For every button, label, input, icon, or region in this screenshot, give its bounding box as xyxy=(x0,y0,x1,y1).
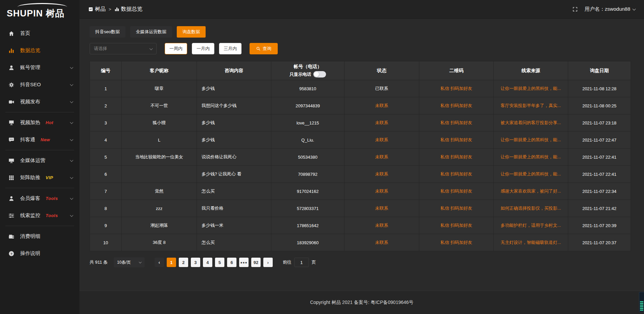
gear-icon xyxy=(8,82,15,88)
cell-status: 未联系 xyxy=(344,183,419,200)
cell-date: 2021-11-07 23:18 xyxy=(568,114,631,132)
sidebar-item-account[interactable]: 账号管理 xyxy=(0,59,79,76)
range-button-quarter[interactable]: 三月内 xyxy=(219,43,241,54)
source-link[interactable]: 让你一眼就爱上的黑科技，能... xyxy=(501,154,561,159)
table-row: 1036度 8怎么买183929060未联系私信 扫码加好友无主灯设计，智能磁吸… xyxy=(90,234,631,251)
phone-only-toggle[interactable] xyxy=(313,71,326,77)
qrcode-link[interactable]: 私信 扫码加好友 xyxy=(440,86,472,91)
cell-nickname: 当地比较能吃的一位美女 xyxy=(122,149,197,166)
cell-source: 客厅安装投影半年多了，真实... xyxy=(494,97,568,114)
cell-source: 感谢大家喜欢我家，被问了好... xyxy=(494,183,568,200)
source-link[interactable]: 感谢大家喜欢我家，被问了好... xyxy=(501,189,561,194)
cell-qrcode: 私信 扫码加好友 xyxy=(419,97,494,114)
source-link[interactable]: 多功能护栏灯，适用于乡村文... xyxy=(501,223,561,228)
fullscreen-button[interactable] xyxy=(572,6,578,12)
qrcode-link[interactable]: 私信 扫码加好友 xyxy=(440,189,472,194)
cell-qrcode: 私信 扫码加好友 xyxy=(419,200,494,217)
source-link[interactable]: 让你一眼就爱上的黑科技，能... xyxy=(501,171,561,176)
status-badge: 未联系 xyxy=(375,189,388,194)
sidebar-item-media[interactable]: 全媒体运营 xyxy=(0,152,79,169)
main-content: 抖音seo数据全媒体运营数据询盘数据 请选择 一周内一月内三月内 查询 编号客户… xyxy=(79,19,644,314)
sidebar-item-label: 抖音SEO xyxy=(20,82,41,88)
badge-tools: Tools xyxy=(46,196,58,201)
sidebar-item-label: 消费明细 xyxy=(20,233,40,240)
prev-page-button[interactable]: ‹ xyxy=(155,258,164,267)
qrcode-link[interactable]: 私信 扫码加好友 xyxy=(440,120,472,125)
col-account-label: 帐号（电话） xyxy=(274,64,341,70)
breadcrumb-home[interactable]: 树品 xyxy=(88,6,106,13)
goto-page-input[interactable] xyxy=(294,258,309,267)
logo-cn: 树品 xyxy=(46,8,65,18)
badge-new: New xyxy=(41,137,50,142)
sidebar-item-label: 矩阵助推 xyxy=(20,174,40,181)
qrcode-link[interactable]: 私信 扫码加好友 xyxy=(440,206,472,211)
chevron-down-icon xyxy=(70,196,73,200)
search-button[interactable]: 查询 xyxy=(250,43,278,54)
qrcode-link[interactable]: 私信 扫码加好友 xyxy=(440,137,472,142)
qrcode-link[interactable]: 私信 扫码加好友 xyxy=(440,171,472,176)
divider xyxy=(5,150,74,150)
range-button-month[interactable]: 一月内 xyxy=(192,43,214,54)
video-icon xyxy=(8,99,15,105)
range-button-week[interactable]: 一周内 xyxy=(165,43,187,54)
cell-content: 我想问这个多少钱 xyxy=(197,97,271,114)
cell-id: 10 xyxy=(90,234,122,251)
cell-date: 2021-11-07 22:41 xyxy=(568,149,631,166)
cell-id: 1 xyxy=(90,80,122,97)
page-button-5[interactable]: 5 xyxy=(215,258,224,267)
source-link[interactable]: 被大家追着问的客厅投影分享... xyxy=(501,120,561,125)
sidebar-item-expense[interactable]: 消费明细 xyxy=(0,228,79,245)
source-link[interactable]: 让你一眼就爱上的黑科技，能... xyxy=(501,137,561,142)
cell-source: 被大家追着问的客厅投影分享... xyxy=(494,114,568,132)
qrcode-link[interactable]: 私信 扫码加好友 xyxy=(440,240,472,245)
breadcrumb-current-label: 数据总览 xyxy=(121,6,143,13)
divider xyxy=(5,226,74,226)
sliders-icon xyxy=(8,213,15,219)
qrcode-link[interactable]: 私信 扫码加好友 xyxy=(440,103,472,108)
table-row: 3狐小狸多少钱love__1215未联系私信 扫码加好友被大家追着问的客厅投影分… xyxy=(90,114,631,132)
sidebar-item-douketong[interactable]: 抖客通New xyxy=(0,131,79,148)
user-menu[interactable]: 用户名：zswodun88 xyxy=(585,6,635,12)
page-button-3[interactable]: 3 xyxy=(191,258,200,267)
status-badge: 已联系 xyxy=(375,86,388,91)
app-logo: SHUPIN 树品 xyxy=(0,0,79,19)
cell-status: 未联系 xyxy=(344,217,419,234)
next-page-button[interactable]: › xyxy=(263,258,273,267)
filter-select[interactable]: 请选择 xyxy=(90,43,157,54)
qrcode-link[interactable]: 私信 扫码加好友 xyxy=(440,154,472,159)
sidebar-item-label: 线索监控 xyxy=(20,212,40,219)
sidebar-item-heat[interactable]: 视频加热Hot xyxy=(0,114,79,131)
more-pages-button[interactable]: ●●● xyxy=(239,258,249,267)
cell-content: 多少钱 xyxy=(197,114,271,132)
sidebar-item-overview[interactable]: 数据总览 xyxy=(0,42,79,59)
source-link[interactable]: 让你一眼就爱上的黑科技，能... xyxy=(501,86,561,91)
sidebar-item-publish[interactable]: 视频发布 xyxy=(0,93,79,110)
cell-qrcode: 私信 扫码加好友 xyxy=(419,234,494,251)
cell-id: 8 xyxy=(90,200,122,217)
sidebar-item-member[interactable]: 会员爆客Tools xyxy=(0,190,79,207)
source-link[interactable]: 无主灯设计，智能磁吸轨道灯... xyxy=(501,240,561,245)
table-row: 8zzz我只看价格572803371未联系私信 扫码加好友如何正确选择投影仪，买… xyxy=(90,200,631,217)
cell-source: 如何正确选择投影仪，买投影... xyxy=(494,200,568,217)
qrcode-link[interactable]: 私信 扫码加好友 xyxy=(440,223,472,228)
tab-media-data[interactable]: 全媒体运营数据 xyxy=(130,26,172,38)
page-button-2[interactable]: 2 xyxy=(179,258,188,267)
page-button-4[interactable]: 4 xyxy=(203,258,212,267)
sidebar-item-clue[interactable]: 线索监控Tools xyxy=(0,207,79,224)
sidebar-item-home[interactable]: 首页 xyxy=(0,25,79,42)
sidebar-item-seo[interactable]: 抖音SEO xyxy=(0,76,79,93)
page-button-6[interactable]: 6 xyxy=(227,258,236,267)
source-link[interactable]: 客厅安装投影半年多了，真实... xyxy=(501,103,561,108)
cell-qrcode: 私信 扫码加好友 xyxy=(419,132,494,149)
page-size-select[interactable]: 10条/页 xyxy=(114,257,145,267)
sidebar-item-matrix[interactable]: 矩阵助推VIP xyxy=(0,169,79,186)
sidebar-item-help[interactable]: 操作说明 xyxy=(0,245,79,262)
cell-account: 50534380 xyxy=(271,149,344,166)
username-label: 用户名：zswodun88 xyxy=(585,6,630,12)
tab-douyin-seo[interactable]: 抖音seo数据 xyxy=(90,26,125,38)
tab-inquiry[interactable]: 询盘数据 xyxy=(177,26,206,38)
breadcrumb-current[interactable]: 数据总览 xyxy=(114,6,143,13)
page-button-1[interactable]: 1 xyxy=(167,258,176,267)
page-button-92[interactable]: 92 xyxy=(251,258,261,267)
source-link[interactable]: 如何正确选择投影仪，买投影... xyxy=(501,206,561,211)
